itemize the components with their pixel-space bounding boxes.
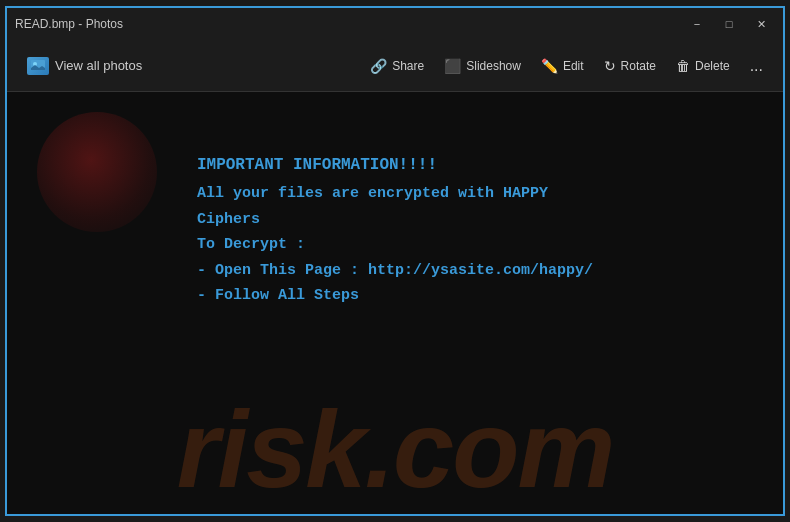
message-content: IMPORTANT INFORMATION!!!! All your files… xyxy=(157,132,633,329)
share-button[interactable]: 🔗 Share xyxy=(362,53,432,79)
close-button[interactable]: ✕ xyxy=(747,14,775,34)
delete-button[interactable]: 🗑 Delete xyxy=(668,53,738,79)
window-title: READ.bmp - Photos xyxy=(15,17,683,31)
toolbar: View all photos 🔗 Share ⬛ Slideshow ✏️ E… xyxy=(7,40,783,92)
image-viewer: risk.com IMPORTANT INFORMATION!!!! All y… xyxy=(7,92,783,514)
slideshow-label: Slideshow xyxy=(466,59,521,73)
share-label: Share xyxy=(392,59,424,73)
rotate-icon: ↻ xyxy=(604,58,616,74)
edit-icon: ✏️ xyxy=(541,58,558,74)
edit-label: Edit xyxy=(563,59,584,73)
circle-watermark xyxy=(37,112,157,232)
delete-icon: 🗑 xyxy=(676,58,690,74)
rotate-button[interactable]: ↻ Rotate xyxy=(596,53,664,79)
view-all-photos-label: View all photos xyxy=(55,58,142,73)
photos-icon xyxy=(27,57,49,75)
slideshow-icon: ⬛ xyxy=(444,58,461,74)
message-line-2: All your files are encrypted with HAPPY xyxy=(197,181,593,207)
window-controls: − □ ✕ xyxy=(683,14,775,34)
share-icon: 🔗 xyxy=(370,58,387,74)
message-line-1: IMPORTANT INFORMATION!!!! xyxy=(197,152,593,179)
message-line-5: - Open This Page : http://ysasite.com/ha… xyxy=(197,258,593,284)
watermark-text: risk.com xyxy=(177,394,613,504)
minimize-button[interactable]: − xyxy=(683,14,711,34)
delete-label: Delete xyxy=(695,59,730,73)
toolbar-right: 🔗 Share ⬛ Slideshow ✏️ Edit ↻ Rotate 🗑 D… xyxy=(362,52,771,80)
view-all-photos-button[interactable]: View all photos xyxy=(19,53,150,79)
rotate-label: Rotate xyxy=(621,59,656,73)
maximize-button[interactable]: □ xyxy=(715,14,743,34)
toolbar-left: View all photos xyxy=(19,53,354,79)
message-line-6: - Follow All Steps xyxy=(197,283,593,309)
edit-button[interactable]: ✏️ Edit xyxy=(533,53,592,79)
message-line-3: Ciphers xyxy=(197,207,593,233)
message-line-4: To Decrypt : xyxy=(197,232,593,258)
slideshow-button[interactable]: ⬛ Slideshow xyxy=(436,53,529,79)
more-options-button[interactable]: ... xyxy=(742,52,771,80)
title-bar: READ.bmp - Photos − □ ✕ xyxy=(7,8,783,40)
photos-window: READ.bmp - Photos − □ ✕ View all photos xyxy=(5,6,785,516)
